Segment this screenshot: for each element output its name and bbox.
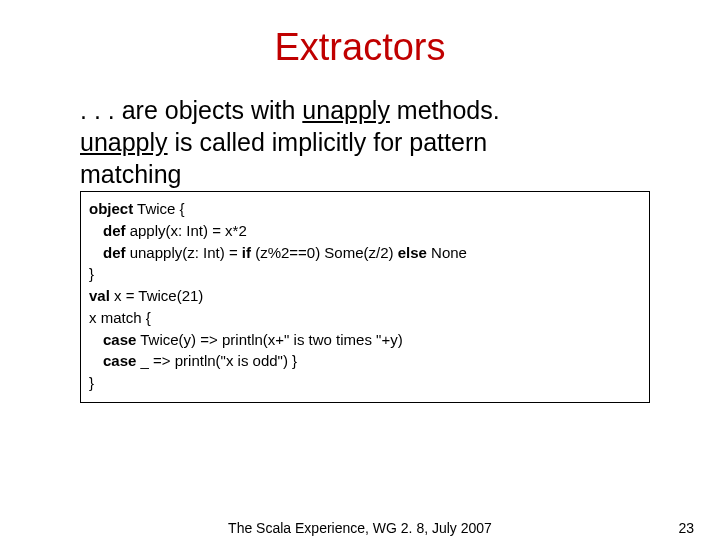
code-line: } [89, 372, 641, 394]
code-line: x match { [89, 307, 641, 329]
slide: Extractors . . . are objects with unappl… [0, 0, 720, 540]
code-line: object Twice { [89, 198, 641, 220]
keyword-case: case [103, 331, 136, 348]
body-line-1: . . . are objects with unapply methods. [80, 95, 640, 125]
code-text: Twice(y) => println(x+" is two times "+y… [136, 331, 402, 348]
body-line-3: matching [80, 159, 640, 189]
underline-unapply: unapply [302, 96, 390, 124]
code-line: case _ => println("x is odd") } [89, 350, 641, 372]
code-text: (z%2==0) Some(z/2) [251, 244, 398, 261]
keyword-if: if [242, 244, 251, 261]
body-line-2: unapply is called implicitly for pattern [80, 127, 640, 157]
code-text: unapply(z: Int) = [126, 244, 242, 261]
code-block: object Twice { def apply(x: Int) = x*2 d… [80, 191, 650, 403]
code-text: _ => println("x is odd") } [136, 352, 297, 369]
keyword-object: object [89, 200, 133, 217]
code-text: apply(x: Int) = x*2 [126, 222, 247, 239]
keyword-def: def [103, 222, 126, 239]
slide-title: Extractors [60, 26, 660, 69]
text-fragment: methods. [390, 96, 500, 124]
text-fragment: . . . are objects with [80, 96, 302, 124]
keyword-def: def [103, 244, 126, 261]
code-text: Twice { [133, 200, 184, 217]
text-fragment: is called implicitly for pattern [168, 128, 488, 156]
keyword-case: case [103, 352, 136, 369]
keyword-val: val [89, 287, 110, 304]
underline-unapply: unapply [80, 128, 168, 156]
keyword-else: else [398, 244, 427, 261]
code-text: x = Twice(21) [110, 287, 204, 304]
footer-text: The Scala Experience, WG 2. 8, July 2007 [228, 520, 492, 536]
code-text: None [427, 244, 467, 261]
code-line: } [89, 263, 641, 285]
code-line: def apply(x: Int) = x*2 [89, 220, 641, 242]
code-line: case Twice(y) => println(x+" is two time… [89, 329, 641, 351]
page-number: 23 [678, 520, 694, 536]
code-line: val x = Twice(21) [89, 285, 641, 307]
code-line: def unapply(z: Int) = if (z%2==0) Some(z… [89, 242, 641, 264]
